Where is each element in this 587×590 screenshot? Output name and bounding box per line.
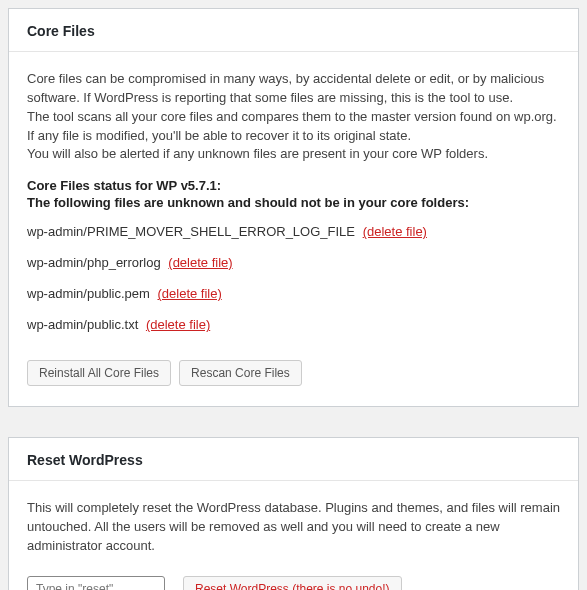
reset-wordpress-header: Reset WordPress [9,438,578,481]
list-item: wp-admin/php_errorlog (delete file) [27,249,560,280]
intro-line-1: Core files can be compromised in many wa… [27,71,544,105]
core-files-header: Core Files [9,9,578,52]
list-item: wp-admin/public.txt (delete file) [27,311,560,342]
file-name: wp-admin/php_errorlog [27,255,161,270]
core-files-title: Core Files [27,23,560,39]
reset-wordpress-row: Reset WordPress (there is no undo!) [27,576,560,590]
unknown-files-list: wp-admin/PRIME_MOVER_SHELL_ERROR_LOG_FIL… [27,218,560,342]
reset-wordpress-button[interactable]: Reset WordPress (there is no undo!) [183,576,402,590]
delete-file-link[interactable]: (delete file) [146,317,210,332]
list-item: wp-admin/public.pem (delete file) [27,280,560,311]
core-files-status-subheading: The following files are unknown and shou… [27,195,560,210]
delete-file-link[interactable]: (delete file) [157,286,221,301]
core-files-button-row: Reinstall All Core Files Rescan Core Fil… [27,360,560,386]
core-files-panel: Core Files Core files can be compromised… [8,8,579,407]
list-item: wp-admin/PRIME_MOVER_SHELL_ERROR_LOG_FIL… [27,218,560,249]
reset-wordpress-description: This will completely reset the WordPress… [27,499,560,556]
intro-line-2: The tool scans all your core files and c… [27,109,557,143]
core-files-status-heading: Core Files status for WP v5.7.1: [27,178,560,193]
reset-confirm-input[interactable] [27,576,165,590]
core-files-intro: Core files can be compromised in many wa… [27,70,560,164]
file-name: wp-admin/PRIME_MOVER_SHELL_ERROR_LOG_FIL… [27,224,355,239]
rescan-core-files-button[interactable]: Rescan Core Files [179,360,302,386]
file-name: wp-admin/public.pem [27,286,150,301]
delete-file-link[interactable]: (delete file) [168,255,232,270]
delete-file-link[interactable]: (delete file) [363,224,427,239]
core-files-body: Core files can be compromised in many wa… [9,52,578,406]
reset-wordpress-body: This will completely reset the WordPress… [9,481,578,590]
reset-wordpress-panel: Reset WordPress This will completely res… [8,437,579,590]
file-name: wp-admin/public.txt [27,317,138,332]
reset-wordpress-title: Reset WordPress [27,452,560,468]
intro-line-3: You will also be alerted if any unknown … [27,146,488,161]
reinstall-core-files-button[interactable]: Reinstall All Core Files [27,360,171,386]
